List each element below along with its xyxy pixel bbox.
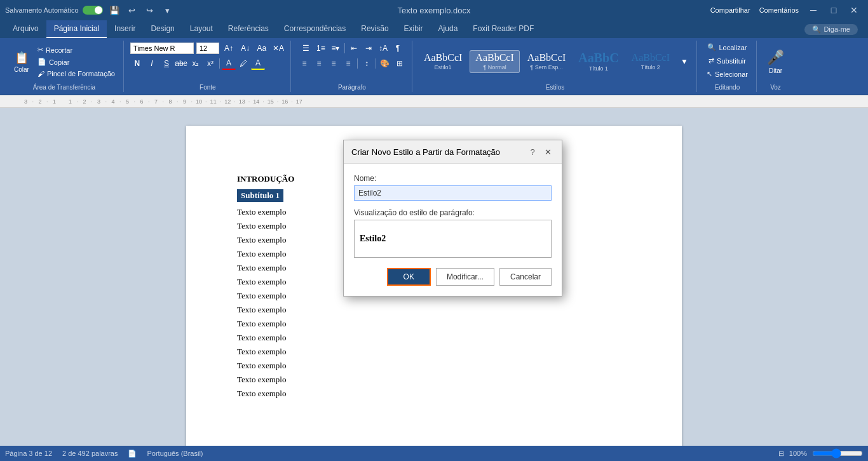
find-label: Localizar [719,44,747,51]
view-mode-icon[interactable]: ⊟ [778,450,784,458]
paste-label: Colar [14,66,29,73]
style-label-titulo2: Título 2 [641,64,660,70]
show-marks-button[interactable]: ¶ [391,42,405,55]
modify-button[interactable]: Modificar... [436,268,494,286]
minimize-button[interactable]: ─ [804,1,822,19]
line-spacing-button[interactable]: ↕ [360,57,374,70]
dialog-help-button[interactable]: ? [526,145,539,158]
replace-button[interactable]: ⇄ Substituir [705,55,749,66]
autosave-switch[interactable] [83,6,103,15]
tab-exibir[interactable]: Exibir [397,20,431,38]
copy-label: Copiar [49,58,69,66]
tab-ajuda[interactable]: Ajuda [431,20,466,38]
change-case-button[interactable]: Aa [255,42,269,55]
cancel-button[interactable]: Cancelar [499,268,552,286]
tab-foxit[interactable]: Foxit Reader PDF [465,20,541,38]
style-card-estilo1[interactable]: AaBbCcI Estilo1 [419,51,467,72]
highlight-button[interactable]: 🖊 [236,57,250,70]
select-button[interactable]: ↖ Selecionar [703,69,751,79]
style-label-normal: ¶ Normal [483,64,506,70]
superscript-button[interactable]: x² [203,57,217,70]
style-label-estilo1: Estilo1 [435,64,452,70]
text-highlight-button[interactable]: A [251,57,265,70]
tab-referencias[interactable]: Referências [220,20,276,38]
style-card-sem-esp[interactable]: AaBbCcI ¶ Sem Esp... [522,51,571,72]
dialog-close-button[interactable]: ✕ [541,145,554,158]
ditar-label: Voz [770,81,781,91]
sep2 [357,58,358,69]
numbering-button[interactable]: 1≡ [314,42,328,55]
search-box[interactable]: 🔍 Diga-me [804,24,858,35]
bullets-button[interactable]: ☰ [299,42,313,55]
tab-revisao[interactable]: Revisão [353,20,396,38]
ok-button[interactable]: OK [387,268,431,286]
tab-design[interactable]: Design [143,20,182,38]
style-name-input[interactable] [354,185,552,201]
title-bar-right: Compartilhar Comentários ─ □ ✕ [577,1,863,19]
font-row2: N I S abc x₂ x² A 🖊 A [130,57,265,70]
style-card-titulo2[interactable]: AaBbCcI Título 2 [627,51,675,72]
tab-layout[interactable]: Layout [182,20,220,38]
track-changes-icon: 📄 [128,450,137,458]
font-row1: A↑ A↓ Aa ✕A [130,42,285,55]
style-label-titulo1: Título 1 [589,65,608,72]
align-left-button[interactable]: ≡ [297,57,311,70]
tab-inserir[interactable]: Inserir [107,20,143,38]
save-button[interactable]: 💾 [107,3,122,18]
cut-button[interactable]: ✂ Recortar [34,44,118,55]
status-bar: Página 3 de 12 2 de 492 palavras 📄 Portu… [0,446,868,461]
align-center-button[interactable]: ≡ [312,57,326,70]
style-label-sem-esp: ¶ Sem Esp... [530,64,562,70]
tab-correspondencias[interactable]: Correspondências [276,20,353,38]
subscript-button[interactable]: x₂ [189,57,203,70]
bold-button[interactable]: N [130,57,144,70]
align-right-button[interactable]: ≡ [327,57,341,70]
preview-label: Visualização do estilo de parágrafo: [354,208,552,217]
styles-scroll-button[interactable]: ▼ [677,55,691,68]
styles-label: Estilos [546,81,564,91]
tab-pagina-inicial[interactable]: Página Inicial [46,20,107,38]
format-painter-label: Pincel de Formatação [47,70,115,77]
undo-button[interactable]: ↩ [125,3,140,18]
justify-button[interactable]: ≡ [341,57,355,70]
clear-format-button[interactable]: ✕A [271,42,285,55]
sort-button[interactable]: ↕A [376,42,390,55]
multilevel-list-button[interactable]: ≡▾ [329,42,342,55]
close-button[interactable]: ✕ [845,1,863,19]
ribbon-content: 📋 Colar ✂ Recortar 📄 Copiar 🖌 Pincel de … [0,38,868,95]
find-button[interactable]: 🔍 Localizar [704,42,750,53]
font-size-input[interactable] [196,43,219,54]
zoom-slider[interactable] [812,448,863,458]
font-content: A↑ A↓ Aa ✕A N I S abc x₂ x² A 🖊 A [130,42,285,81]
font-grow-button[interactable]: A↑ [222,42,236,55]
copy-button[interactable]: 📄 Copiar [34,57,118,67]
comments-button[interactable]: Comentários [756,5,802,15]
font-shrink-button[interactable]: A↓ [238,42,252,55]
increase-indent-button[interactable]: ⇥ [362,42,376,55]
underline-button[interactable]: S [159,57,173,70]
font-color-button[interactable]: A [222,57,236,70]
style-card-titulo1[interactable]: AaBbC Título 1 [573,50,623,74]
share-button[interactable]: Compartilhar [707,5,754,15]
status-right: ⊟ 100% [778,448,863,458]
styles-content: AaBbCcI Estilo1 AaBbCcI ¶ Normal AaBbCcI… [419,42,691,81]
style-preview-box: Estilo2 [354,220,552,258]
ditar-button[interactable]: 🎤 Ditar [763,47,788,77]
dialog-title-buttons: ? ✕ [526,145,554,158]
italic-button[interactable]: I [145,57,159,70]
strikethrough-button[interactable]: abc [174,57,188,70]
format-painter-button[interactable]: 🖌 Pincel de Formatação [34,69,118,79]
maximize-button[interactable]: □ [825,1,843,19]
style-card-normal[interactable]: AaBbCcI ¶ Normal [470,50,519,73]
font-family-input[interactable] [130,43,194,54]
tab-arquivo[interactable]: Arquivo [5,20,46,38]
customize-button[interactable]: ▾ [160,3,175,18]
style-preview-sem-esp: AaBbCcI [527,53,566,63]
borders-button[interactable]: ⊞ [393,57,407,70]
shading-button[interactable]: 🎨 [378,57,392,70]
decrease-indent-button[interactable]: ⇤ [347,42,361,55]
redo-button[interactable]: ↪ [142,3,158,18]
autosave-toggle[interactable]: Salvamento Automático [5,6,103,15]
paste-button[interactable]: 📋 Colar [10,48,33,76]
separator [219,58,220,69]
